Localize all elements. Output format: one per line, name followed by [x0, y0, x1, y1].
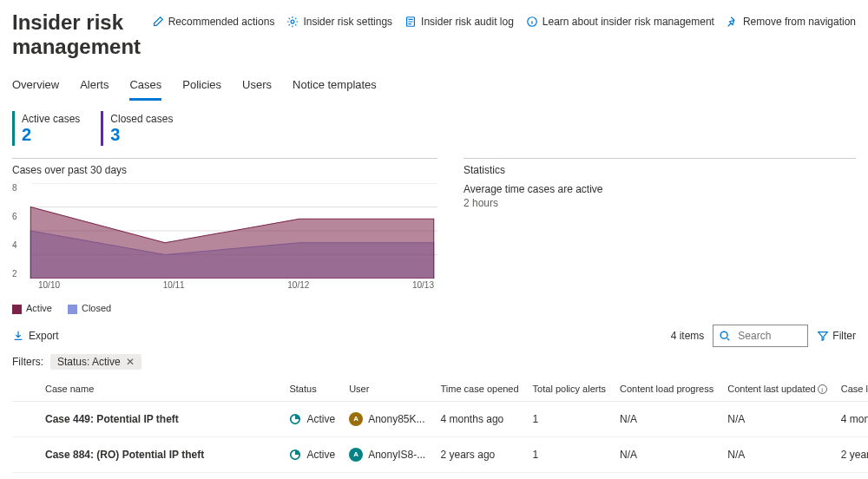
chart-x-axis: 10/1010/1110/1210/13 — [12, 280, 437, 290]
closed-cases-kpi[interactable]: Closed cases 3 — [101, 111, 173, 146]
svg-point-0 — [291, 20, 294, 23]
edit-icon — [152, 16, 164, 28]
case-updated-cell: 4 months ago — [834, 401, 868, 436]
closed-cases-label: Closed cases — [110, 113, 173, 125]
time-opened-cell: 4 months ago — [434, 401, 526, 436]
info-icon[interactable]: i — [818, 384, 827, 394]
tab-notice-templates[interactable]: Notice templates — [293, 75, 377, 101]
user-cell: AAnonyIS8-... — [349, 448, 426, 462]
chart-title: Cases over past 30 days — [12, 164, 437, 176]
table-header-row: Case name Status User Time case opened T… — [12, 377, 868, 402]
alerts-cell: 1 — [526, 472, 613, 479]
closed-cases-value: 3 — [110, 125, 173, 144]
col-user[interactable]: User — [342, 377, 433, 402]
statistics-panel: Statistics Average time cases are active… — [464, 158, 856, 314]
active-cases-label: Active cases — [22, 113, 80, 125]
content-updated-cell: N/A — [720, 436, 834, 472]
chart-panel: Cases over past 30 days 8642 10/1010/111… — [12, 158, 437, 314]
status-cell: Active — [289, 413, 335, 425]
legend-item[interactable]: Active — [12, 303, 52, 314]
avatar-icon: A — [349, 448, 363, 462]
close-icon[interactable]: ✕ — [126, 356, 135, 368]
unpin-icon — [727, 16, 739, 28]
info-icon — [526, 16, 538, 28]
cases-table: Case name Status User Time case opened T… — [12, 377, 868, 479]
avatar-icon: A — [349, 412, 363, 426]
insider-risk-settings-link[interactable]: Insider risk settings — [286, 16, 392, 28]
filter-chip-text: Status: Active — [57, 356, 121, 368]
filter-chip-status[interactable]: Status: Active ✕ — [50, 354, 141, 370]
avg-time-label: Average time cases are active — [464, 183, 856, 195]
col-case-name[interactable]: Case name — [38, 377, 282, 402]
svg-point-7 — [721, 331, 728, 338]
content-progress-cell: N/A — [613, 401, 720, 436]
col-content-progress[interactable]: Content load progress — [613, 377, 720, 402]
case-updated-cell: 2 years ago — [834, 472, 868, 479]
learn-label: Learn about insider risk management — [542, 16, 714, 28]
search-icon — [719, 330, 731, 342]
audit-log-link[interactable]: Insider risk audit log — [404, 16, 514, 28]
status-cell: Active — [289, 449, 335, 461]
page-title: Insider risk management — [12, 10, 152, 59]
download-icon — [12, 330, 24, 342]
learn-link[interactable]: Learn about insider risk management — [526, 16, 714, 28]
content-progress-cell: N/A — [613, 472, 720, 479]
remove-label: Remove from navigation — [743, 16, 856, 28]
col-time-opened[interactable]: Time case opened — [434, 377, 526, 402]
tab-users[interactable]: Users — [242, 75, 272, 101]
time-opened-cell: 2 years ago — [434, 436, 526, 472]
case-name-cell[interactable]: Case 449: Potential IP theft — [38, 401, 282, 436]
gear-icon — [286, 16, 299, 28]
alerts-cell: 1 — [526, 436, 613, 472]
export-button[interactable]: Export — [12, 330, 59, 342]
nav-tabs: OverviewAlertsCasesPoliciesUsersNotice t… — [12, 75, 856, 101]
tab-overview[interactable]: Overview — [12, 75, 59, 101]
col-status[interactable]: Status — [282, 377, 342, 402]
tab-policies[interactable]: Policies — [182, 75, 221, 101]
case-name-cell[interactable]: Case 893: (FO) Potential IP theft — [38, 472, 282, 479]
remove-nav-link[interactable]: Remove from navigation — [727, 16, 856, 28]
export-label: Export — [29, 330, 59, 342]
search-input[interactable] — [713, 325, 808, 347]
recommended-actions-label: Recommended actions — [168, 16, 275, 28]
log-icon — [404, 16, 417, 28]
chart-y-axis: 8642 — [12, 183, 17, 279]
case-name-cell[interactable]: Case 884: (RO) Potential IP theft — [38, 436, 282, 472]
content-updated-cell: N/A — [720, 472, 834, 479]
chart-legend: ActiveClosed — [12, 303, 437, 314]
filter-icon — [817, 330, 829, 342]
audit-log-label: Insider risk audit log — [421, 16, 514, 28]
cases-chart — [12, 183, 437, 279]
statistics-title: Statistics — [464, 164, 856, 176]
alerts-cell: 1 — [526, 401, 613, 436]
filter-label: Filter — [832, 330, 856, 342]
filter-button[interactable]: Filter — [817, 330, 856, 342]
tab-alerts[interactable]: Alerts — [80, 75, 108, 101]
col-content-updated[interactable]: Content last updatedi — [720, 377, 834, 402]
user-cell: AAnony85K... — [349, 412, 426, 426]
items-count: 4 items — [671, 330, 705, 342]
recommended-actions-link[interactable]: Recommended actions — [152, 16, 275, 28]
settings-label: Insider risk settings — [303, 16, 392, 28]
filters-label: Filters: — [12, 356, 43, 368]
table-row[interactable]: Case 884: (RO) Potential IP theftActiveA… — [12, 436, 868, 472]
col-alerts[interactable]: Total policy alerts — [526, 377, 613, 402]
active-cases-kpi[interactable]: Active cases 2 — [12, 111, 80, 146]
tab-cases[interactable]: Cases — [129, 75, 161, 101]
col-case-updated[interactable]: Case last updated — [834, 377, 868, 402]
search-field[interactable] — [736, 329, 797, 343]
legend-item[interactable]: Closed — [68, 303, 111, 314]
header-actions: Recommended actions Insider risk setting… — [152, 7, 856, 28]
table-row[interactable]: Case 893: (FO) Potential IP theftActiveA… — [12, 472, 868, 479]
content-progress-cell: N/A — [613, 436, 720, 472]
table-row[interactable]: Case 449: Potential IP theftActiveAAnony… — [12, 401, 868, 436]
time-opened-cell: 2 years ago — [434, 472, 526, 479]
avg-time-value: 2 hours — [464, 197, 856, 209]
case-updated-cell: 2 years ago — [834, 436, 868, 472]
content-updated-cell: N/A — [720, 401, 834, 436]
active-cases-value: 2 — [22, 125, 80, 144]
